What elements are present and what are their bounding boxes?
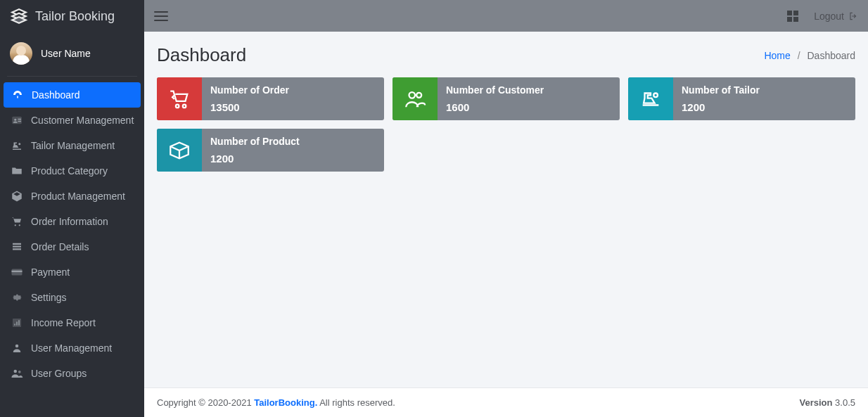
content: Dashboard Home / Dashboard Number of Ord… xyxy=(144,32,868,387)
sidebar-item-settings[interactable]: Settings xyxy=(0,285,144,310)
cart-icon xyxy=(157,77,202,120)
sidebar-item-user-management[interactable]: User Management xyxy=(0,335,144,361)
gauge-icon xyxy=(11,89,25,101)
stat-card-customers[interactable]: Number of Customer 1600 xyxy=(392,77,620,120)
footer-version: Version 3.0.5 xyxy=(800,397,856,408)
stat-card-title: Number of Product xyxy=(210,136,376,147)
stat-card-value: 1200 xyxy=(210,153,376,165)
stat-card-title: Number of Tailor xyxy=(682,84,847,96)
sidebar: Tailor Booking User Name Dashboard Custo… xyxy=(0,0,144,417)
stat-card-orders[interactable]: Number of Order 13500 xyxy=(157,77,384,120)
sidebar-item-label: Settings xyxy=(31,292,67,303)
svg-point-2 xyxy=(18,143,20,145)
sidebar-item-product-category[interactable]: Product Category xyxy=(0,158,144,184)
footer-rights: All rights reserved. xyxy=(317,397,395,408)
box-icon xyxy=(10,190,24,203)
stat-card-value: 13500 xyxy=(210,101,376,113)
svg-point-11 xyxy=(409,92,416,98)
brand[interactable]: Tailor Booking xyxy=(0,0,144,32)
sidebar-item-tailor-management[interactable]: Tailor Management xyxy=(0,133,144,158)
sidebar-item-order-details[interactable]: Order Details xyxy=(0,234,144,259)
footer-copyright: Copyright © 2020-2021 TailorBooking. All… xyxy=(157,397,395,408)
sidebar-item-product-management[interactable]: Product Management xyxy=(0,184,144,209)
sidebar-nav: Dashboard Customer Management Tailor Man… xyxy=(0,77,144,386)
breadcrumb: Home / Dashboard xyxy=(764,50,855,61)
hamburger-icon[interactable] xyxy=(154,11,168,21)
sidebar-item-label: Order Information xyxy=(31,216,108,227)
cart-icon xyxy=(10,215,24,228)
footer-copy-prefix: Copyright © 2020-2021 xyxy=(157,397,254,408)
svg-point-9 xyxy=(176,104,179,108)
users-icon xyxy=(392,77,438,120)
box-icon xyxy=(157,129,202,172)
brand-logo-icon xyxy=(10,7,28,25)
page-title: Dashboard xyxy=(157,44,246,66)
id-card-icon xyxy=(10,114,24,127)
list-icon xyxy=(10,240,24,253)
sidebar-item-label: Customer Management xyxy=(31,115,134,126)
sidebar-item-label: Payment xyxy=(31,267,70,278)
payment-icon xyxy=(10,266,24,278)
user-block[interactable]: User Name xyxy=(0,32,144,76)
sidebar-item-label: Product Management xyxy=(31,191,125,202)
sidebar-item-label: Tailor Management xyxy=(31,140,115,151)
stat-card-tailors[interactable]: Number of Tailor 1200 xyxy=(628,77,855,120)
sidebar-item-user-groups[interactable]: User Groups xyxy=(0,361,144,386)
svg-point-3 xyxy=(15,224,16,226)
user-icon xyxy=(10,342,24,354)
topbar: Logout xyxy=(144,0,868,32)
sidebar-item-income-report[interactable]: Income Report xyxy=(0,310,144,335)
sidebar-item-label: Dashboard xyxy=(32,89,80,101)
svg-point-10 xyxy=(183,104,186,108)
stat-card-title: Number of Customer xyxy=(446,84,611,96)
sidebar-item-label: Product Category xyxy=(31,165,108,177)
sidebar-item-payment[interactable]: Payment xyxy=(0,259,144,285)
user-display-name: User Name xyxy=(41,48,91,59)
stat-card-products[interactable]: Number of Product 1200 xyxy=(157,129,384,172)
breadcrumb-current: Dashboard xyxy=(808,50,856,61)
stat-card-value: 1600 xyxy=(446,101,611,113)
report-icon xyxy=(10,316,24,329)
users-icon xyxy=(10,367,24,380)
sidebar-item-label: User Groups xyxy=(31,368,87,379)
breadcrumb-sep: / xyxy=(798,50,800,61)
logout-button[interactable]: Logout xyxy=(814,11,858,22)
sidebar-item-label: User Management xyxy=(31,342,112,354)
apps-grid-icon[interactable] xyxy=(787,11,798,22)
svg-point-12 xyxy=(416,92,421,97)
sidebar-item-label: Order Details xyxy=(31,241,89,252)
sidebar-item-label: Income Report xyxy=(31,317,96,328)
gear-icon xyxy=(10,291,24,304)
svg-point-13 xyxy=(653,93,658,97)
svg-point-7 xyxy=(14,370,18,373)
topbar-right: Logout xyxy=(787,11,858,22)
logout-label: Logout xyxy=(814,11,844,22)
logout-icon xyxy=(848,11,858,21)
folder-icon xyxy=(10,165,24,177)
svg-point-6 xyxy=(15,345,19,348)
sidebar-item-customer-management[interactable]: Customer Management xyxy=(0,108,144,133)
sidebar-item-dashboard[interactable]: Dashboard xyxy=(4,82,141,108)
sidebar-item-order-information[interactable]: Order Information xyxy=(0,209,144,234)
main: Logout Dashboard Home / Dashboard Num xyxy=(144,0,868,417)
breadcrumb-home[interactable]: Home xyxy=(764,50,790,61)
sewing-icon xyxy=(10,139,24,152)
stat-card-value: 1200 xyxy=(682,101,847,113)
avatar xyxy=(10,42,32,65)
stat-cards: Number of Order 13500 Number of Customer… xyxy=(157,77,855,172)
svg-point-8 xyxy=(18,371,21,373)
footer: Copyright © 2020-2021 TailorBooking. All… xyxy=(144,387,868,417)
brand-title: Tailor Booking xyxy=(35,9,115,24)
footer-version-number: 3.0.5 xyxy=(832,397,855,408)
footer-version-label: Version xyxy=(800,397,833,408)
stat-card-title: Number of Order xyxy=(210,84,376,96)
svg-point-1 xyxy=(14,119,16,121)
content-header: Dashboard Home / Dashboard xyxy=(157,44,855,66)
svg-point-4 xyxy=(19,224,20,226)
sewing-icon xyxy=(628,77,673,120)
footer-brand: TailorBooking. xyxy=(254,397,317,408)
